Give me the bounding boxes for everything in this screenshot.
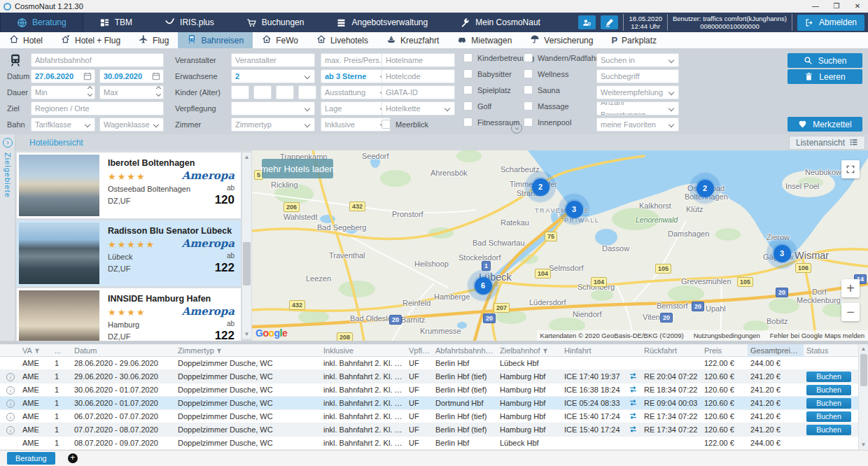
station-input[interactable] bbox=[31, 53, 164, 67]
meerblick-checkbox[interactable]: Meerblick bbox=[382, 120, 428, 129]
duration-max-input[interactable] bbox=[99, 85, 164, 99]
kind-alter-4-input[interactable] bbox=[298, 85, 316, 99]
checkbox-wandern-radfahren[interactable]: Wandern/Radfahren bbox=[524, 53, 607, 62]
session-tab-beratung[interactable]: Beratung bbox=[7, 452, 55, 465]
merkzettel-button[interactable]: Merkzettel bbox=[788, 117, 862, 132]
table-row[interactable]: iAME107.07.2020 - 08.07.2020Doppelzimmer… bbox=[0, 423, 858, 437]
tab-versicherung[interactable]: Versicherung bbox=[521, 32, 602, 48]
tab-bahnreisen[interactable]: Bahnreisen bbox=[178, 32, 253, 48]
kind-alter-1-input[interactable] bbox=[231, 85, 249, 99]
logout-button[interactable]: Abmelden bbox=[797, 15, 864, 31]
inklusive-select[interactable]: Inklusive bbox=[321, 118, 391, 132]
buchen-button[interactable]: Buchen bbox=[806, 411, 851, 422]
hotel-cluster-marker[interactable]: 2 bbox=[689, 172, 721, 204]
zoom-in-button[interactable]: + bbox=[841, 279, 860, 297]
duration-min-input[interactable] bbox=[31, 85, 95, 99]
tab-hotel-flug[interactable]: Hotel + Flug bbox=[52, 32, 130, 48]
wagenklasse-select[interactable]: Wagenklasse bbox=[99, 118, 164, 132]
scrollbar-thumb[interactable] bbox=[860, 354, 867, 386]
kind-alter-3-input[interactable] bbox=[276, 85, 294, 99]
hotel-card-innside-hamburg-hafen[interactable]: INNSIDE Hamburg Hafen★★★★AmeropaHamburga… bbox=[17, 288, 241, 341]
calendar-icon[interactable] bbox=[83, 71, 92, 81]
expand-more-button[interactable] bbox=[511, 122, 522, 134]
hotel-card-radisson-blu-senator-l-beck[interactable]: Radisson Blu Senator Lübeck★★★★★AmeropaL… bbox=[17, 220, 241, 286]
hotel-cluster-marker[interactable]: 3 bbox=[766, 237, 798, 269]
nav-item-tbm[interactable]: TBM bbox=[83, 13, 148, 32]
col-header-blank[interactable] bbox=[0, 344, 20, 357]
load-more-hotels-button[interactable]: mehr Hotels laden bbox=[262, 159, 333, 178]
leeren-button[interactable]: Leeren bbox=[788, 69, 862, 84]
lage-select[interactable]: Lage bbox=[321, 101, 391, 115]
nav-item-iris-plus[interactable]: IRIS.plus bbox=[148, 13, 230, 32]
col-header-abfahrtsbahnhof[interactable]: Abfahrtsbahnhof bbox=[433, 344, 497, 357]
col-header-zielbahnhof[interactable]: Zielbahnhof bbox=[497, 344, 561, 357]
col-header-status[interactable]: Status bbox=[804, 344, 858, 357]
suchen-button[interactable]: Suchen bbox=[788, 53, 862, 68]
hotelname-input[interactable] bbox=[382, 53, 455, 67]
info-icon[interactable]: i bbox=[6, 413, 15, 421]
erwachsene-select[interactable]: 2 bbox=[231, 69, 315, 83]
favoriten-select[interactable]: meine Favoriten bbox=[596, 118, 679, 132]
tab-parkplatz[interactable]: PParkplatz bbox=[602, 32, 666, 48]
giata-input[interactable] bbox=[382, 85, 455, 99]
suchbegriff-input[interactable] bbox=[596, 69, 679, 83]
scroll-down-icon[interactable]: ▼ bbox=[242, 330, 251, 339]
tab-mietwagen[interactable]: Mietwagen bbox=[448, 32, 521, 48]
table-scrollbar[interactable]: ▲ ▼ bbox=[858, 344, 868, 450]
checkbox-sauna[interactable]: Sauna bbox=[524, 85, 560, 94]
hotel-cluster-marker[interactable]: 6 bbox=[467, 269, 499, 302]
hotelkette-select[interactable]: Hotelkette bbox=[382, 101, 455, 115]
table-row[interactable]: iAME106.07.2020 - 07.07.2020Doppelzimmer… bbox=[0, 410, 858, 423]
table-row[interactable]: iAME130.06.2020 - 01.07.2020Doppelzimmer… bbox=[0, 383, 858, 397]
hotel-list-scrollbar[interactable]: ▲ ▼ bbox=[242, 153, 251, 339]
tab-hotel[interactable]: Hotel bbox=[0, 32, 52, 48]
checkbox-innenpool[interactable]: Innenpool bbox=[524, 118, 571, 127]
nav-item-beratung[interactable]: Beratung bbox=[0, 13, 83, 32]
suchen-in-select[interactable]: Suchen in bbox=[596, 53, 679, 67]
tab-livehotels[interactable]: Livehotels bbox=[307, 32, 377, 48]
col-header-va[interactable]: VA bbox=[20, 344, 52, 357]
checkbox-golf[interactable]: Golf bbox=[463, 101, 491, 111]
zimmertyp-select[interactable]: Zimmertyp bbox=[231, 118, 315, 132]
close-button[interactable]: ✕ bbox=[847, 0, 868, 13]
calendar-icon[interactable] bbox=[151, 71, 161, 81]
tab-flug[interactable]: Flug bbox=[130, 32, 178, 48]
hotel-cluster-marker[interactable]: 3 bbox=[558, 193, 590, 225]
buchen-button[interactable]: Buchen bbox=[806, 385, 851, 395]
max-preis-input[interactable] bbox=[321, 53, 391, 67]
table-row[interactable]: AME128.06.2020 - 29.06.2020Doppelzimmer … bbox=[0, 357, 858, 370]
nav-item-buchungen[interactable]: Buchungen bbox=[230, 13, 321, 32]
col-header-vpfl[interactable]: Vpfl. bbox=[406, 344, 433, 357]
scrollbar-thumb[interactable] bbox=[243, 242, 251, 285]
map-terms-link[interactable]: Nutzungsbedingungen bbox=[694, 332, 760, 339]
col-header-[interactable]: ... bbox=[52, 344, 71, 357]
tab-fewo[interactable]: FeWo bbox=[253, 32, 307, 48]
buchen-button[interactable]: Buchen bbox=[806, 372, 851, 382]
table-row[interactable]: iAME129.06.2020 - 30.06.2020Doppelzimmer… bbox=[0, 370, 858, 383]
sidebar-expand-button[interactable] bbox=[3, 138, 13, 148]
scroll-down-icon[interactable]: ▼ bbox=[859, 441, 868, 449]
info-icon[interactable]: i bbox=[6, 373, 15, 381]
col-header-gesamtpreis[interactable]: Gesamtpreis bbox=[748, 344, 804, 357]
map-canvas[interactable]: TrappenkampSeedorfAhrensbökScharbeutzRic… bbox=[252, 150, 868, 341]
signature-button[interactable] bbox=[601, 15, 618, 29]
fullscreen-button[interactable] bbox=[841, 160, 860, 178]
destination-input[interactable] bbox=[31, 101, 164, 115]
sterne-select[interactable]: ab 3 Sterne bbox=[321, 69, 391, 83]
col-header-blank[interactable] bbox=[626, 344, 641, 357]
col-header-preis[interactable]: Preis bbox=[701, 344, 748, 357]
ausstattung-select[interactable]: Ausstattung bbox=[321, 85, 391, 99]
table-row[interactable]: AME108.07.2020 - 09.07.2020Doppelzimmer … bbox=[0, 437, 858, 450]
table-row[interactable]: iAME130.06.2020 - 01.07.2020Doppelzimmer… bbox=[0, 397, 858, 410]
checkbox-massage[interactable]: Massage bbox=[524, 101, 569, 111]
checkbox-spielplatz[interactable]: Spielplatz bbox=[463, 85, 511, 94]
hotel-cluster-marker[interactable]: 2 bbox=[524, 171, 556, 203]
checkbox-babysitter[interactable]: Babysitter bbox=[463, 69, 512, 78]
info-icon[interactable]: i bbox=[6, 426, 15, 435]
zoom-out-button[interactable]: − bbox=[841, 303, 860, 321]
col-header-datum[interactable]: Datum bbox=[71, 344, 175, 357]
scroll-up-icon[interactable]: ▲ bbox=[242, 153, 251, 162]
hotel-card-iberotel-boltenhagen[interactable]: Iberotel Boltenhagen★★★★AmeropaOstseebad… bbox=[17, 153, 241, 218]
veranstalter-input[interactable] bbox=[231, 53, 315, 67]
col-header-r-ckfahrt[interactable]: Rückfahrt bbox=[641, 344, 701, 357]
